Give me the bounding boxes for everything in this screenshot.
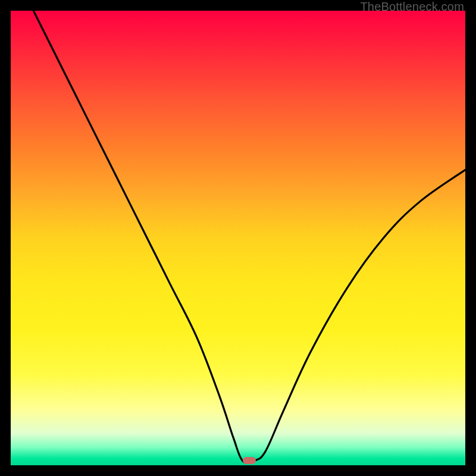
bottleneck-curve-path xyxy=(33,11,465,463)
curve-svg xyxy=(11,11,465,465)
watermark-text: TheBottleneck.com xyxy=(360,0,464,14)
bottleneck-marker xyxy=(243,457,256,464)
chart-frame: TheBottleneck.com xyxy=(0,0,476,476)
plot-area xyxy=(11,11,465,465)
